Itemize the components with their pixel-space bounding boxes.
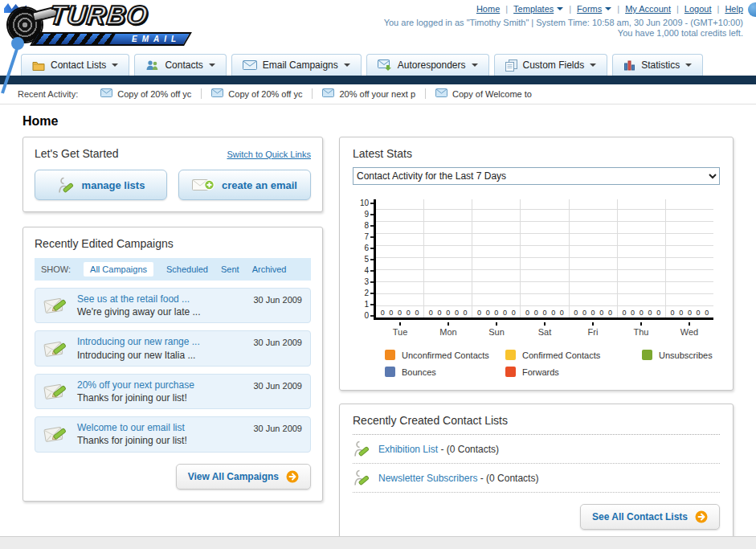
legend-swatch — [385, 350, 395, 360]
contact-list-item: Newsletter Subscribers - (0 Contacts) — [353, 464, 720, 493]
chart-day-group: 00000 — [376, 199, 423, 318]
recently-edited-campaigns-panel: Recently Edited Campaigns SHOW: All Camp… — [22, 227, 323, 502]
header-link-logout[interactable]: Logout — [684, 4, 712, 14]
caret-down-icon — [557, 7, 563, 10]
contact-lists-title: Recently Created Contact Lists — [353, 414, 720, 435]
campaign-row[interactable]: See us at the retail food ...We're givin… — [35, 288, 311, 323]
campaign-title-link[interactable]: Introducing our new range ... — [77, 335, 245, 348]
view-all-campaigns-button[interactable]: View All Campaigns — [176, 464, 311, 490]
header-link-forms[interactable]: Forms — [577, 4, 611, 14]
tab-email-campaigns[interactable]: Email Campaigns — [231, 54, 362, 76]
separator: | — [505, 4, 508, 14]
switch-to-quick-links-link[interactable]: Switch to Quick Links — [227, 150, 311, 159]
filter-scheduled[interactable]: Scheduled — [166, 264, 208, 274]
recent-activity-item[interactable]: 20% off your next p — [312, 88, 425, 99]
chart-value-label: 0 — [503, 309, 507, 317]
turbo-email-logo: TURBO EMAIL — [6, 2, 199, 48]
filter-all-campaigns[interactable]: All Campaigns — [84, 262, 153, 277]
campaign-row[interactable]: Welcome to our email listThanks for join… — [35, 416, 311, 452]
mail-icon — [322, 88, 334, 99]
campaign-row[interactable]: Introducing our new range ...Introducing… — [35, 330, 311, 366]
get-started-panel: Let's Get Started Switch to Quick Links … — [22, 137, 323, 212]
x-tick-label: Mon — [424, 322, 472, 337]
create-an-email-button[interactable]: create an email — [178, 170, 311, 200]
header-link-my-account[interactable]: My Account — [625, 4, 671, 14]
y-tick-label: 3 — [364, 278, 374, 286]
header-link-templates[interactable]: Templates — [513, 4, 563, 14]
header-links: Home|Templates|Forms|My Account|Logout|H… — [476, 4, 743, 14]
mail-icon — [100, 88, 112, 99]
tab-statistics[interactable]: Statistics — [612, 54, 703, 76]
chart-day-group: 00000 — [569, 199, 617, 318]
y-tick-label: 7 — [364, 233, 374, 241]
y-tick-label: 0 — [364, 312, 374, 320]
brand-sub: EMAIL — [132, 35, 181, 43]
y-tick-label: 4 — [364, 267, 374, 275]
chart-value-label: 0 — [640, 309, 644, 317]
get-started-title: Let's Get Started — [35, 147, 119, 160]
recently-created-contact-lists-panel: Recently Created Contact Lists Exhibitio… — [339, 404, 734, 540]
legend-item: Unsubscribes — [642, 350, 720, 360]
campaign-title-link[interactable]: Welcome to our email list — [77, 421, 245, 434]
contact-list-link[interactable]: Newsletter Subscribers — [378, 473, 477, 484]
credits-status: You have 1,000 total credits left. — [618, 28, 743, 38]
separator: | — [569, 4, 571, 14]
create-email-label: create an email — [222, 179, 297, 191]
tab-custom-fields[interactable]: Custom Fields — [494, 54, 608, 76]
campaign-subtitle: Thanks for joining our list! — [77, 391, 245, 404]
brand-bar: EMAIL — [30, 32, 192, 46]
y-tick-label: 1 — [364, 301, 374, 309]
contact-list-items: Exhibition List - (0 Contacts)Newsletter… — [353, 435, 720, 493]
tab-autoresponders[interactable]: Autoresponders — [366, 54, 489, 76]
chart-value-label: 0 — [381, 309, 385, 317]
x-tick-label: Sun — [472, 322, 521, 337]
filter-sent[interactable]: Sent — [221, 264, 239, 274]
contacts-icon — [145, 59, 159, 71]
legend-item: Confirmed Contacts — [505, 350, 642, 360]
campaign-title-link[interactable]: 20% off your next purchase — [77, 379, 245, 391]
envelope-icon — [243, 60, 257, 70]
manage-lists-button[interactable]: manage lists — [35, 170, 167, 200]
header-link-home[interactable]: Home — [476, 4, 500, 14]
legend-swatch — [642, 350, 652, 360]
chart-value-label: 0 — [534, 309, 538, 317]
recent-activity-bar: Recent Activity: Copy of 20% off ycCopy … — [0, 84, 756, 104]
chart-value-label: 0 — [671, 309, 675, 317]
pencil-person-icon — [353, 440, 370, 458]
campaign-row[interactable]: 20% off your next purchaseThanks for joi… — [35, 374, 311, 409]
campaign-subtitle: Thanks for joining our list! — [77, 434, 245, 447]
x-tick-label: Sat — [521, 322, 569, 337]
chart-value-label: 0 — [512, 309, 516, 317]
help-bubble-icon[interactable] — [748, 2, 756, 17]
campaigns-title: Recently Edited Campaigns — [35, 237, 311, 250]
campaign-title-link[interactable]: See us at the retail food ... — [77, 293, 245, 305]
x-tick-label: Thu — [617, 322, 665, 337]
contact-list-link[interactable]: Exhibition List — [378, 444, 438, 455]
filter-archived[interactable]: Archived — [252, 264, 287, 274]
recent-activity-items: Copy of 20% off ycCopy of 20% off yc20% … — [91, 88, 541, 99]
campaign-subtitle: Introducing our new Italia ... — [77, 349, 245, 362]
see-all-contact-lists-button[interactable]: See All Contact Lists — [580, 504, 720, 530]
chart-value-label: 0 — [705, 309, 709, 317]
pencil-person-icon — [353, 469, 370, 487]
envelope-pencil-icon — [43, 381, 69, 402]
tab-contacts[interactable]: Contacts — [134, 54, 226, 76]
tab-contact-lists[interactable]: Contact Lists — [21, 54, 129, 76]
chart-value-label: 0 — [438, 309, 442, 317]
recent-activity-item[interactable]: Copy of Welcome to — [425, 88, 541, 99]
envelope-pencil-icon — [43, 424, 69, 445]
y-tick-label: 9 — [364, 211, 374, 219]
chart-value-label: 0 — [574, 309, 578, 317]
campaign-date: 30 Jun 2009 — [253, 338, 302, 347]
header-link-help[interactable]: Help — [725, 4, 743, 14]
recent-activity-item[interactable]: Copy of 20% off yc — [201, 88, 312, 99]
recent-activity-item[interactable]: Copy of 20% off yc — [91, 88, 201, 99]
main-content: Let's Get Started Switch to Quick Links … — [0, 137, 756, 540]
chart-value-label: 0 — [622, 309, 626, 317]
chart-day-group: 00000 — [423, 199, 472, 318]
separator: | — [717, 4, 720, 14]
chart-value-label: 0 — [464, 309, 468, 317]
stats-dropdown[interactable]: Contact Activity for the Last 7 Days — [353, 167, 720, 185]
chart-value-label: 0 — [599, 309, 603, 317]
chart-value-label: 0 — [398, 309, 402, 317]
